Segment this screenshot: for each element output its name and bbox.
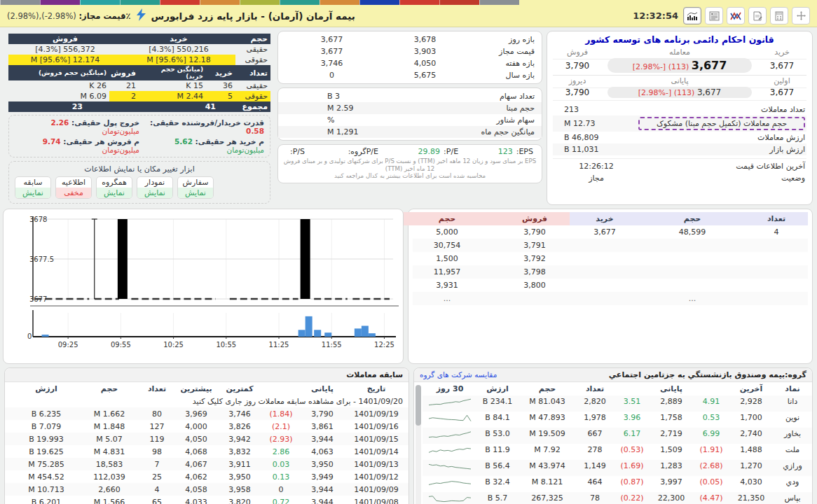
group-last-change: 0.53 xyxy=(693,412,729,428)
real-money-stats: قدرت خریدار/فروشنده حقیقی: 0.58خروج پول … xyxy=(8,115,270,158)
window-tab-5[interactable] xyxy=(280,0,320,5)
company-full-name[interactable]: قانون احکام دائمی برنامه های توسعه کشور xyxy=(553,33,806,47)
range-low: 0 xyxy=(285,71,378,80)
group-row[interactable]: بخاور2,7406.992,7196.1766719.509 M53.0 B xyxy=(423,428,812,444)
display-toggle-2[interactable]: همگروهنمایش xyxy=(96,176,132,199)
power-volume-row: حقوقی12.18 M [95.6%]12.174 M [95.6%] xyxy=(8,55,270,65)
move-icon[interactable] xyxy=(792,7,810,24)
group-value: 56.4 B xyxy=(476,460,519,476)
history-row[interactable]: 1401/09/163,861(2.1)3,8264,0001271.848 M… xyxy=(5,420,408,433)
window-tab-12[interactable] xyxy=(0,0,40,5)
hist-change: 0.13 xyxy=(261,470,301,483)
display-toggle-label: همگروه xyxy=(97,177,132,188)
ob-buy-price xyxy=(570,252,640,265)
ob-buy-count xyxy=(745,279,808,292)
group-row[interactable]: ودي4,030(0.05)3,997(0.87)4648.121 M32.4 … xyxy=(423,476,812,492)
window-tab-7[interactable] xyxy=(200,0,240,5)
history-row[interactable]: 1401/09/133,9500.033,9114,067718,58375.2… xyxy=(5,458,408,470)
window-tab-4[interactable] xyxy=(320,0,359,5)
volume-buy-header: خرید xyxy=(122,34,235,44)
orderbook-row[interactable]: ...... xyxy=(413,292,808,305)
history-row[interactable]: 1401/09/083,9440.723,8204,033651.566 M6.… xyxy=(5,496,408,504)
compare-group-link[interactable]: مقایسه شرکت های گروه xyxy=(420,370,497,379)
group-row[interactable]: بپاس21,350(4.47)22,300(0.22)78267,3255.7… xyxy=(423,492,812,504)
barchart-icon[interactable] xyxy=(683,7,701,24)
fundamental-label: تعداد سهام xyxy=(410,92,535,101)
group-count: 2,820 xyxy=(575,396,615,412)
group-header-3: پایانی xyxy=(650,382,693,396)
display-toggle-4[interactable]: سابقهنمایش xyxy=(15,176,51,199)
sell-label: فروش xyxy=(553,48,602,57)
orderbook-row[interactable]: 3,8003,9311 xyxy=(413,279,808,292)
orderbook-row[interactable]: 3,79811,9571 xyxy=(413,265,808,279)
group-row[interactable]: ورازي1,270(2.68)1,283(1.69)1,14943.974 M… xyxy=(423,460,812,476)
group-row[interactable]: نوین1,7000.531,7583.961,97847.893 M84.1 … xyxy=(423,412,812,428)
group-symbol[interactable]: دانا xyxy=(773,396,812,412)
window-tab-8[interactable] xyxy=(160,0,200,5)
display-toggle-1[interactable]: نمودارنمایش xyxy=(137,176,173,199)
hist-change: (1.84) xyxy=(261,407,301,420)
group-symbol[interactable]: ورازي xyxy=(773,460,812,476)
ob-buy-volume xyxy=(640,239,745,252)
hist-change: 2.86 xyxy=(261,445,301,458)
power-stat-value: 0.58 xyxy=(246,127,264,135)
history-row[interactable]: 1401/09/123,9490.133,9504,06225112,03945… xyxy=(5,470,408,483)
hist-date: 1401/09/09 xyxy=(344,483,408,496)
avg-buy-header: (میانگین حجم خرید) xyxy=(139,65,206,80)
group-count: 1,978 xyxy=(575,412,615,428)
group-symbol[interactable]: ودي xyxy=(773,476,812,492)
group-scrollbar-track[interactable] xyxy=(416,385,421,504)
today-note: - برای مشاهده سابقه معاملات روز جاری کلی… xyxy=(193,397,356,406)
display-toggle-3[interactable]: اطلاعیهمخفی xyxy=(55,176,92,199)
status-row: وضعیت مجاز xyxy=(553,172,806,184)
close-values-row: 3,677 3,677 (113) [-2.98%] 3,790 xyxy=(553,86,806,101)
history-row[interactable]: 1401/09/144,0632.863,8324,068984.831 M19… xyxy=(5,445,408,458)
top-window-tabs[interactable] xyxy=(0,0,817,5)
group-close: 2,719 xyxy=(650,428,693,444)
window-tab-9[interactable] xyxy=(120,0,160,5)
window-tab-1[interactable] xyxy=(439,0,479,5)
total-sell: 23 xyxy=(8,102,122,112)
group-row[interactable]: ملت1,488(1.91)1,509(0.53)2787.92 M11.9 B xyxy=(423,444,812,460)
today-history-link[interactable]: 1401/09/20 - برای مشاهده سابقه معاملات ر… xyxy=(5,396,408,407)
group-scrollbar-thumb[interactable] xyxy=(416,385,421,426)
fundamental-value: 2.59 M xyxy=(285,104,410,113)
window-tab-6[interactable] xyxy=(240,0,280,5)
window-tab-11[interactable] xyxy=(40,0,80,5)
window-tab-0[interactable] xyxy=(479,0,519,5)
hist-close: 4,063 xyxy=(301,445,344,458)
orderbook-row[interactable]: 3,79130,7543 xyxy=(413,239,808,252)
window-tab-10[interactable] xyxy=(80,0,120,5)
hist-high: 4,033 xyxy=(174,496,218,504)
hist-change: 0.72 xyxy=(261,496,301,504)
group-row[interactable]: دانا2,9284.912,8893.512,82081.043 M234.1… xyxy=(423,396,812,412)
note-icon[interactable] xyxy=(748,7,767,24)
group-symbol[interactable]: بخاور xyxy=(773,428,812,444)
group-symbol[interactable]: نوین xyxy=(773,412,812,428)
ob-buy-price xyxy=(570,292,640,305)
symbol-info-label[interactable]: حجم معاملات (تکمیل حجم مبنا) مشکوک xyxy=(638,117,805,130)
history-row[interactable]: 1401/09/193,790(1.84)3,7463,969801.662 M… xyxy=(5,407,408,420)
lines-icon[interactable] xyxy=(727,7,745,24)
history-row[interactable]: 1401/09/153,944(2.93)3,9424,0501195.07 M… xyxy=(5,433,408,445)
window-tab-3[interactable] xyxy=(359,0,399,5)
orderbook-row[interactable]: 3,7921,5001 xyxy=(413,252,808,265)
calculator-icon[interactable] xyxy=(770,7,788,24)
display-toggle-0[interactable]: سفارشنمایش xyxy=(177,176,214,199)
orderbook-panel: تعداد حجم خرید فروش حجم تعداد 448,5993,6… xyxy=(408,209,813,364)
total-label: مجموع xyxy=(235,102,270,112)
orderbook-row[interactable]: 448,5993,6773,7905,0001 xyxy=(413,225,808,239)
hist-high: 4,062 xyxy=(174,470,218,483)
history-row[interactable]: 1401/09/093,94403,9584,05842,66010.713 M xyxy=(5,483,408,496)
window-tab-2[interactable] xyxy=(399,0,439,5)
hist-date: 1401/09/14 xyxy=(344,445,408,458)
group-symbol[interactable]: ملت xyxy=(773,444,812,460)
group-symbol[interactable]: بپاس xyxy=(773,492,812,504)
intraday-chart[interactable]: 36783677.53677009:2509:5510:2510:5511:25… xyxy=(4,209,403,363)
hist-high: 4,068 xyxy=(174,445,218,458)
ob-sell-price xyxy=(500,292,570,305)
toolbar: 12:32:54 بیمه آرمان (آرمان) - بازار پایه… xyxy=(0,5,817,27)
list-icon[interactable] xyxy=(705,7,723,24)
ob-buy-volume-header: حجم xyxy=(640,212,745,225)
eps-panel: EPS:123 P/E:29.89 P/Eگروه: P/S: EPS بر م… xyxy=(277,144,542,183)
